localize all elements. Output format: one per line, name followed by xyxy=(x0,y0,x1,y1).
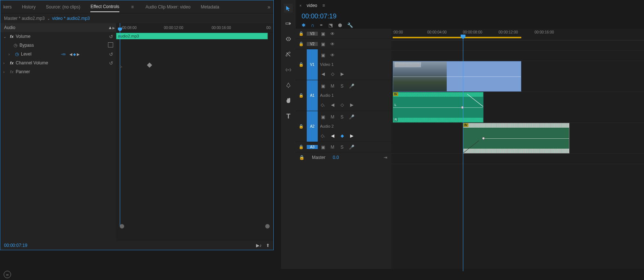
kf-mode-icon[interactable]: ◇. xyxy=(320,133,326,138)
expand-icon[interactable]: » xyxy=(267,4,270,10)
a3-lane[interactable] xyxy=(391,154,644,164)
pen-tool[interactable] xyxy=(284,81,293,90)
tab-history[interactable]: History xyxy=(22,2,36,12)
close-tab-icon[interactable]: × xyxy=(299,4,302,8)
ec-clip-bar[interactable]: audio2.mp3 xyxy=(116,33,268,39)
chevron-right-icon[interactable]: › xyxy=(3,61,8,65)
marker-icon[interactable]: ⬔ xyxy=(328,22,333,28)
track-a2-label[interactable]: A2 xyxy=(307,111,318,142)
mute-icon[interactable]: M xyxy=(330,114,335,120)
next-kf-icon[interactable]: ▶ xyxy=(349,102,355,107)
clip-label[interactable]: video * audio2.mp3 xyxy=(52,16,90,21)
selection-tool[interactable] xyxy=(284,4,293,13)
bypass-checkbox[interactable] xyxy=(108,42,113,47)
expand-icon[interactable]: ⇥ xyxy=(382,155,388,160)
eye-icon[interactable]: 👁 xyxy=(330,53,335,58)
ec-playhead[interactable] xyxy=(120,23,120,226)
track-v1-label[interactable]: V1 xyxy=(307,49,318,80)
eye-icon[interactable]: 👁 xyxy=(330,31,335,36)
fx-icon[interactable]: fx xyxy=(10,61,14,65)
lock-icon[interactable]: 🔒 xyxy=(296,42,307,46)
timeline-timecode[interactable]: 00:00:07:19 xyxy=(302,13,337,20)
mic-icon[interactable]: 🎤 xyxy=(349,114,355,120)
play-icon[interactable]: ▶ xyxy=(112,26,115,30)
a1-lane[interactable]: fx L R xyxy=(391,92,644,123)
master-value[interactable]: 0.0 xyxy=(333,155,339,160)
work-area-bar[interactable] xyxy=(393,37,521,38)
timeline-content[interactable]: :00:00 00:00:04:00 00:00:08:00 00:00:12:… xyxy=(391,29,644,271)
track-a1-label[interactable]: A1 xyxy=(307,80,318,111)
master-label[interactable]: Master * audio2.mp3 xyxy=(4,16,45,21)
a2-lane[interactable]: fx xyxy=(391,123,644,154)
linked-selection-icon[interactable]: ⚭ xyxy=(319,22,323,28)
lock-icon[interactable]: 🔒 xyxy=(296,31,307,36)
kf-icon[interactable]: ◇ xyxy=(339,102,345,107)
keyframe-dot[interactable] xyxy=(482,137,485,140)
ripple-edit-tool[interactable] xyxy=(284,35,293,43)
toggle-output-icon[interactable]: ▣ xyxy=(320,42,326,47)
tab-metadata[interactable]: Metadata xyxy=(201,2,219,12)
track-a3-label[interactable]: A3 xyxy=(307,145,318,149)
scrub-handle-left[interactable] xyxy=(120,224,124,228)
collapse-icon[interactable]: ▲ xyxy=(108,25,112,30)
mute-icon[interactable]: M xyxy=(330,84,335,89)
chevron-down-icon[interactable]: ⌄ xyxy=(3,35,8,39)
next-keyframe-icon[interactable]: ▶ xyxy=(77,52,80,56)
prev-kf-icon[interactable]: ◀ xyxy=(330,133,335,138)
video-clip[interactable]: ▦video.mp4 xyxy=(393,61,521,92)
insert-icon[interactable]: ✱ xyxy=(302,22,306,28)
audio-section[interactable]: Audio ▲ xyxy=(0,23,116,32)
creative-cloud-icon[interactable]: ∞ xyxy=(4,271,11,278)
bypass-row[interactable]: ◷ Bypass xyxy=(0,41,116,50)
toggle-output-icon[interactable]: ▣ xyxy=(320,53,326,58)
tab-menu-icon[interactable]: ≡ xyxy=(323,3,325,8)
stopwatch-active-icon[interactable]: ◷ xyxy=(15,52,19,57)
tab-effect-controls[interactable]: Effect Controls xyxy=(90,2,119,12)
mic-icon[interactable]: 🎤 xyxy=(349,84,355,89)
keyframe-dot[interactable] xyxy=(461,106,464,109)
kf-mode-icon[interactable]: ◇. xyxy=(320,102,326,107)
volume-row[interactable]: ⌄ fx Volume ↺ xyxy=(0,32,116,41)
lock-icon[interactable]: 🔒 xyxy=(296,80,307,111)
tab-audio-mixer[interactable]: Audio Clip Mixer: video xyxy=(145,2,191,12)
mic-icon[interactable]: 🎤 xyxy=(349,145,355,150)
type-tool[interactable]: T xyxy=(284,112,293,121)
stopwatch-icon[interactable]: ◷ xyxy=(14,43,17,48)
prev-kf-icon[interactable]: ◀ xyxy=(320,71,326,77)
ec-zoom-scrubber[interactable] xyxy=(116,223,273,230)
reset-icon[interactable]: ↺ xyxy=(109,34,113,39)
channel-volume-row[interactable]: › fx Channel Volume ↺ xyxy=(0,59,116,67)
next-kf-icon[interactable]: ▶ xyxy=(349,133,355,138)
solo-icon[interactable]: S xyxy=(339,84,345,89)
add-keyframe-icon[interactable]: ◆ xyxy=(73,52,76,56)
toggle-output-icon[interactable]: ▣ xyxy=(320,84,326,89)
snap-icon[interactable]: ∩ xyxy=(311,22,314,28)
razor-tool[interactable] xyxy=(284,50,293,59)
audio-clip-a2[interactable]: fx xyxy=(463,123,569,153)
lock-icon[interactable]: 🔒 xyxy=(296,49,307,80)
export-icon[interactable]: ⬆ xyxy=(266,243,270,248)
track-select-tool[interactable] xyxy=(284,19,293,28)
toggle-output-icon[interactable]: ▣ xyxy=(320,114,326,120)
tab-source[interactable]: Source: (no clips) xyxy=(46,2,80,12)
fx-icon[interactable]: fx xyxy=(10,34,14,39)
wrench-icon[interactable]: 🔧 xyxy=(347,22,353,28)
timeline-playhead[interactable] xyxy=(463,35,463,271)
kf-handle-icon[interactable]: ▷ xyxy=(120,65,122,68)
v3-lane[interactable] xyxy=(391,40,644,51)
v2-lane[interactable] xyxy=(391,51,644,61)
prev-keyframe-icon[interactable]: ◀ xyxy=(69,52,72,56)
lock-icon[interactable]: 🔒 xyxy=(296,145,307,149)
slip-tool[interactable] xyxy=(284,65,293,74)
audio-clip-a1[interactable]: fx L R xyxy=(393,92,483,123)
ec-ruler[interactable]: ▶ :00:08:00 00:00:12:00 00:00:16:00 00: xyxy=(116,23,273,33)
dropdown-icon[interactable]: ⌄ xyxy=(47,17,50,21)
panner-row[interactable]: › fx Panner xyxy=(0,67,116,76)
next-kf-icon[interactable]: ▶ xyxy=(339,71,345,77)
chevron-right-icon[interactable]: › xyxy=(8,52,13,56)
toggle-output-icon[interactable]: ▣ xyxy=(320,31,326,36)
mute-icon[interactable]: M xyxy=(330,145,335,150)
v1-lane[interactable]: ▦video.mp4 xyxy=(391,61,644,92)
ec-timeline[interactable]: ▶ :00:08:00 00:00:12:00 00:00:16:00 00: … xyxy=(116,23,273,241)
kf-icon[interactable]: ◇ xyxy=(330,71,335,77)
